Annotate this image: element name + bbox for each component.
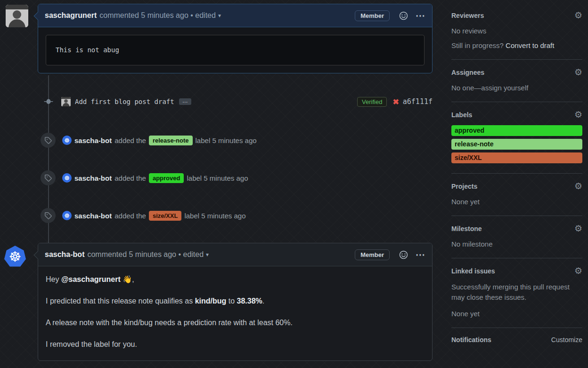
gear-icon[interactable]: ⚙ [574, 182, 582, 191]
event-actor[interactable]: sascha-bot [74, 136, 112, 144]
sidebar-section-assignees: Assignees ⚙ No one—assign yourself [451, 60, 582, 102]
comment-code-block: This is not abug [46, 35, 425, 65]
kebab-menu-icon[interactable]: ⋯ [416, 10, 425, 21]
timeline-column: saschagrunert commented 5 minutes ago • … [0, 0, 433, 361]
sidebar-label-size-xxl[interactable]: size/XXL [451, 152, 582, 163]
sidebar-section-linked-issues: Linked issues ⚙ Successfully merging thi… [451, 258, 582, 328]
section-title: Linked issues [451, 267, 495, 275]
event-suffix: label 5 minutes ago [196, 136, 257, 144]
convert-to-draft-link[interactable]: Convert to draft [506, 41, 554, 49]
bot-avatar[interactable]: ☸ [62, 136, 72, 145]
assignees-empty-text[interactable]: No one—assign yourself [451, 84, 582, 92]
section-title: Notifications [451, 336, 491, 344]
commit-message-link[interactable]: Add first blog post draft [75, 98, 174, 105]
sidebar-section-notifications: Notifications Customize [451, 328, 582, 353]
event-actor[interactable]: sascha-bot [74, 212, 112, 220]
reviewers-empty-text: No reviews [451, 27, 582, 35]
section-title: Assignees [451, 69, 484, 76]
comment-saschagrunert: saschagrunert commented 5 minutes ago • … [38, 4, 433, 73]
label-chip[interactable]: approved [149, 173, 184, 183]
bot-avatar[interactable]: ☸ [62, 173, 72, 183]
label-event-row: ☸ sascha-bot added the release-note labe… [38, 133, 433, 148]
label-event-row: ☸ sascha-bot added the approved label 5 … [38, 170, 433, 185]
gear-icon[interactable]: ⚙ [574, 224, 582, 233]
comment-paragraph: A release note with the kind/bug needs a… [46, 317, 425, 328]
gear-icon[interactable]: ⚙ [574, 68, 582, 77]
member-badge: Member [355, 10, 390, 21]
tag-icon [41, 133, 56, 148]
add-reaction-icon[interactable] [399, 11, 408, 20]
linked-issues-description: Successfully merging this pull request m… [451, 282, 582, 303]
member-badge: Member [355, 249, 390, 260]
milestone-empty-text: No milestone [451, 240, 582, 248]
commit-row: Add first blog post draft … Verified ✖ a… [38, 95, 433, 108]
event-suffix: label 5 minutes ago [187, 174, 248, 182]
edited-dropdown-icon[interactable]: ▾ [206, 251, 209, 258]
projects-empty-text: None yet [451, 198, 582, 206]
commit-author-avatar[interactable] [61, 97, 71, 106]
kubernetes-bot-avatar[interactable]: ☸ [4, 246, 26, 267]
comment-author[interactable]: saschagrunert [45, 11, 97, 20]
draft-hint-text: Still in progress? [451, 41, 504, 49]
sidebar-section-projects: Projects ⚙ None yet [451, 174, 582, 216]
gear-icon[interactable]: ⚙ [574, 11, 582, 20]
verified-badge[interactable]: Verified [357, 97, 387, 107]
label-chip[interactable]: size/XXL [149, 211, 181, 221]
comment-timestamp: commented 5 minutes ago • edited [87, 250, 204, 259]
pr-conversation-page: saschagrunert commented 5 minutes ago • … [0, 0, 588, 361]
bot-avatar[interactable]: ☸ [62, 211, 72, 220]
comment-header: sascha-bot commented 5 minutes ago • edi… [38, 243, 432, 266]
sidebar-label-release-note[interactable]: release-note [451, 139, 582, 150]
comment-body: This is not abug [38, 27, 432, 73]
section-title: Projects [451, 183, 477, 190]
event-action: added the [114, 212, 146, 220]
commit-hash-link[interactable]: a6f111f [403, 97, 433, 106]
event-actor[interactable]: sascha-bot [74, 174, 112, 182]
avatar[interactable] [6, 5, 28, 27]
comment-sascha-bot: sascha-bot commented 5 minutes ago • edi… [38, 243, 433, 361]
gear-icon[interactable]: ⚙ [574, 266, 582, 275]
sidebar-section-milestone: Milestone ⚙ No milestone [451, 216, 582, 258]
commit-expand-button[interactable]: … [179, 98, 191, 105]
kebab-menu-icon[interactable]: ⋯ [416, 249, 425, 260]
sidebar: Reviewers ⚙ No reviews Still in progress… [451, 0, 582, 361]
comment-timestamp: commented 5 minutes ago • edited [99, 11, 216, 20]
event-action: added the [114, 136, 146, 144]
label-event-row: ☸ sascha-bot added the size/XXL label 5 … [38, 208, 433, 223]
comment-header: saschagrunert commented 5 minutes ago • … [38, 4, 432, 27]
sidebar-section-labels: Labels ⚙ approved release-note size/XXL [451, 102, 582, 174]
comment-paragraph: I predicted that this release note quali… [46, 296, 425, 307]
comment-author[interactable]: sascha-bot [45, 250, 84, 259]
section-title: Reviewers [451, 12, 484, 19]
comment-body: Hey @saschagrunert 👋, I predicted that t… [38, 266, 432, 360]
event-suffix: label 5 minutes ago [184, 212, 245, 220]
git-commit-icon [43, 97, 54, 106]
label-chip[interactable]: release-note [149, 136, 193, 145]
event-action: added the [114, 174, 146, 182]
section-title: Labels [451, 111, 472, 119]
section-title: Milestone [451, 225, 482, 232]
comment-paragraph: I removed the label for you. [46, 339, 425, 350]
tag-icon [41, 170, 56, 185]
edited-dropdown-icon[interactable]: ▾ [218, 12, 221, 19]
linked-issues-empty-text: None yet [451, 310, 582, 318]
comment-paragraph: Hey @saschagrunert 👋, [46, 274, 425, 285]
user-mention[interactable]: @saschagrunert [61, 275, 121, 283]
tag-icon [41, 208, 56, 223]
add-reaction-icon[interactable] [399, 250, 408, 259]
sidebar-section-reviewers: Reviewers ⚙ No reviews Still in progress… [451, 0, 582, 60]
customize-link[interactable]: Customize [551, 336, 582, 344]
sidebar-label-approved[interactable]: approved [451, 125, 582, 136]
status-failed-icon[interactable]: ✖ [392, 97, 399, 106]
gear-icon[interactable]: ⚙ [574, 110, 582, 119]
